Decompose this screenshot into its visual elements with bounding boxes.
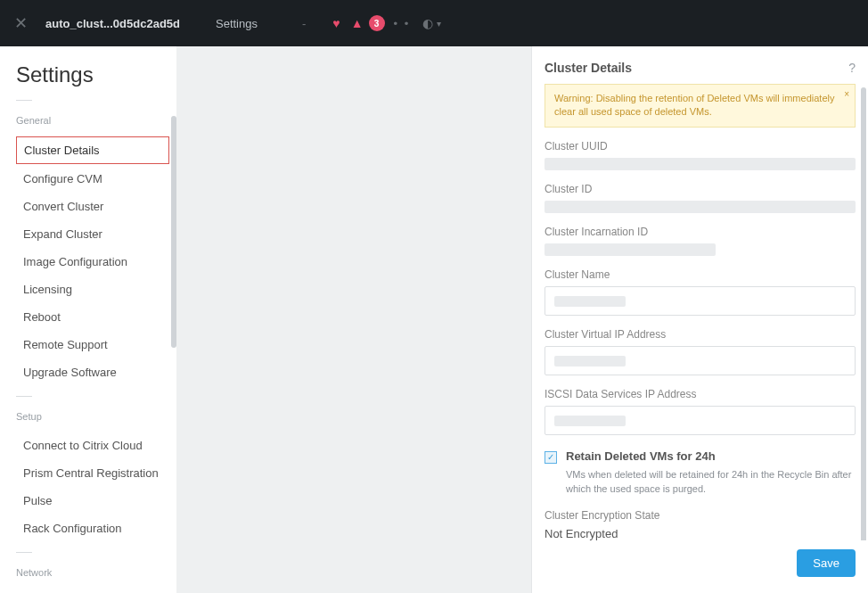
label-iscsi-ip: ISCSI Data Services IP Address bbox=[545, 388, 856, 400]
topbar-settings-label[interactable]: Settings bbox=[216, 17, 258, 30]
help-icon[interactable]: ? bbox=[848, 61, 856, 75]
sidebar-item-expand-cluster[interactable]: Expand Cluster bbox=[16, 221, 169, 247]
value-encryption-state: Not Encrypted bbox=[545, 527, 856, 540]
sidebar-item-image-configuration[interactable]: Image Configuration bbox=[16, 249, 169, 275]
retain-vms-description: VMs when deleted will be retained for 24… bbox=[566, 467, 856, 497]
value-cluster-id bbox=[545, 201, 856, 213]
value-cluster-incarnation bbox=[545, 243, 716, 256]
warning-text: Warning: Disabling the retention of Dele… bbox=[554, 93, 834, 117]
close-warning-icon[interactable]: × bbox=[844, 88, 849, 101]
sidebar-item-prism-central[interactable]: Prism Central Registration bbox=[16, 460, 169, 486]
sidebar-section-network: Network bbox=[16, 567, 176, 578]
content-area: Cluster Details ? Warning: Disabling the… bbox=[176, 46, 868, 593]
retain-vms-checkbox[interactable]: ✓ bbox=[545, 451, 557, 464]
panel-title: Cluster Details bbox=[545, 61, 632, 75]
bell-icon[interactable]: ▲ bbox=[351, 16, 364, 30]
label-cluster-incarnation: Cluster Incarnation ID bbox=[545, 226, 856, 238]
sidebar-item-licensing[interactable]: Licensing bbox=[16, 276, 169, 302]
label-cluster-id: Cluster ID bbox=[545, 183, 856, 195]
activity-icon[interactable]: ◐ bbox=[422, 16, 433, 30]
sidebar-item-rack-configuration[interactable]: Rack Configuration bbox=[16, 515, 169, 541]
warning-banner: Warning: Disabling the retention of Dele… bbox=[545, 84, 856, 128]
label-cluster-uuid: Cluster UUID bbox=[545, 140, 856, 152]
panel-body: Warning: Disabling the retention of Dele… bbox=[532, 84, 868, 540]
save-button[interactable]: Save bbox=[797, 549, 856, 577]
divider bbox=[16, 396, 32, 397]
divider bbox=[16, 100, 32, 101]
input-cluster-vip[interactable] bbox=[545, 346, 856, 375]
label-cluster-name: Cluster Name bbox=[545, 268, 856, 281]
sidebar-item-remote-support[interactable]: Remote Support bbox=[16, 332, 169, 358]
retain-vms-label: Retain Deleted VMs for 24h bbox=[566, 449, 716, 463]
sidebar-item-pulse[interactable]: Pulse bbox=[16, 488, 169, 514]
cluster-details-panel: Cluster Details ? Warning: Disabling the… bbox=[531, 46, 868, 593]
main-container: Settings General Cluster Details Configu… bbox=[0, 46, 868, 593]
label-cluster-vip: Cluster Virtual IP Address bbox=[545, 328, 856, 341]
sidebar-item-convert-cluster[interactable]: Convert Cluster bbox=[16, 194, 169, 219]
sidebar-section-setup: Setup bbox=[16, 411, 176, 422]
close-icon[interactable]: ✕ bbox=[14, 13, 28, 33]
sidebar-item-reboot[interactable]: Reboot bbox=[16, 304, 169, 330]
input-iscsi-ip[interactable] bbox=[545, 406, 856, 435]
settings-sidebar: Settings General Cluster Details Configu… bbox=[0, 46, 176, 593]
sidebar-section-general: General bbox=[16, 115, 176, 126]
sidebar-item-upgrade-software[interactable]: Upgrade Software bbox=[16, 359, 169, 385]
alert-badge[interactable]: 3 bbox=[369, 15, 385, 31]
divider bbox=[16, 552, 32, 553]
panel-scrollbar[interactable] bbox=[861, 87, 866, 540]
sidebar-item-connect-citrix[interactable]: Connect to Citrix Cloud bbox=[16, 432, 169, 458]
more-dots-icon[interactable]: • • bbox=[394, 17, 411, 30]
cluster-name[interactable]: auto_clust...0d5dc2ad5d bbox=[45, 17, 180, 30]
value-cluster-uuid bbox=[545, 158, 856, 170]
heart-icon[interactable]: ♥ bbox=[332, 16, 340, 30]
sidebar-item-cluster-details[interactable]: Cluster Details bbox=[16, 136, 169, 164]
input-cluster-name[interactable] bbox=[545, 286, 856, 316]
retain-vms-row: ✓ Retain Deleted VMs for 24h bbox=[545, 449, 856, 464]
topbar-divider: - bbox=[302, 17, 306, 30]
label-encryption-state: Cluster Encryption State bbox=[545, 509, 856, 522]
sidebar-item-configure-cvm[interactable]: Configure CVM bbox=[16, 166, 169, 192]
page-title: Settings bbox=[16, 62, 176, 87]
panel-header: Cluster Details ? bbox=[532, 46, 868, 84]
chevron-down-icon[interactable]: ▾ bbox=[437, 19, 441, 29]
topbar: ✕ auto_clust...0d5dc2ad5d Settings - ♥ ▲… bbox=[0, 0, 868, 46]
panel-footer: Save bbox=[532, 540, 868, 593]
